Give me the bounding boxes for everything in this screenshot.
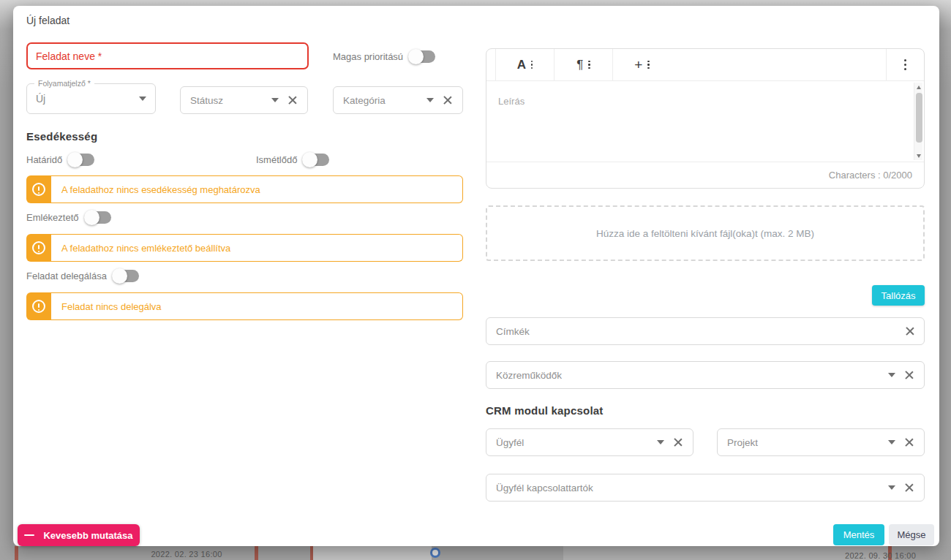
chevron-down-icon[interactable]	[426, 98, 434, 102]
scroll-up-icon[interactable]	[914, 83, 923, 91]
chevron-down-icon[interactable]	[271, 98, 279, 102]
character-counter: Characters : 0/2000	[829, 170, 912, 181]
reminder-row: Emlékeztető	[26, 211, 111, 224]
background-panel	[563, 546, 889, 560]
deadline-row: Határidő	[26, 154, 94, 166]
clear-icon[interactable]	[673, 437, 683, 447]
high-priority-label: Magas prioritású	[333, 51, 403, 62]
chevron-down-icon[interactable]	[888, 440, 895, 444]
background-gantt-bar	[310, 546, 313, 560]
clear-icon[interactable]	[905, 326, 915, 336]
due-warning-text: A feladathoz nincs esedékesség meghatáro…	[61, 184, 260, 195]
kebab-menu-icon	[904, 59, 906, 70]
clear-icon[interactable]	[904, 437, 914, 447]
tags-input[interactable]	[486, 317, 925, 345]
description-placeholder: Leírás	[498, 96, 525, 107]
delegate-row: Feladat delegálása	[26, 270, 139, 282]
task-name-input[interactable]	[26, 42, 309, 69]
chevron-down-icon[interactable]	[888, 485, 895, 490]
description-editor: A ¶ + Leírás Charac	[486, 48, 925, 189]
editor-scrollbar[interactable]	[914, 83, 922, 160]
background-date-left: 2022. 02. 23 16:00	[124, 550, 249, 559]
chevron-down-icon[interactable]	[888, 373, 895, 377]
new-task-dialog: Új feladat Magas prioritású Folyamatjelz…	[13, 6, 939, 546]
project-placeholder: Projekt	[718, 437, 888, 448]
reminder-label: Emlékeztető	[26, 212, 79, 223]
delegate-toggle[interactable]	[114, 270, 139, 282]
clear-icon[interactable]	[904, 370, 914, 380]
recurring-label: Ismétlődő	[256, 154, 297, 165]
category-select[interactable]: Kategória	[333, 86, 463, 114]
show-less-label: Kevesebb mutatása	[43, 530, 132, 541]
reminder-toggle[interactable]	[86, 211, 111, 224]
status-select-placeholder: Státusz	[181, 95, 271, 106]
background-panel	[313, 546, 432, 560]
recurring-toggle[interactable]	[304, 154, 329, 166]
file-dropzone[interactable]: Húzza ide a feltölteni kívánt fájl(oka)t…	[486, 205, 925, 261]
progress-select-value: Új	[27, 93, 139, 105]
tags-field	[486, 317, 925, 345]
scroll-down-icon[interactable]	[914, 151, 923, 160]
recurring-row: Ismétlődő	[256, 154, 329, 166]
save-button[interactable]: Mentés	[833, 524, 884, 545]
cancel-button[interactable]: Mégse	[889, 524, 934, 545]
paragraph-icon: ¶	[576, 58, 583, 72]
background-date-right: 2022. 09. 30 16:00	[845, 551, 951, 560]
collaborators-select[interactable]: Közreműködők	[486, 361, 925, 389]
editor-toolbar: A ¶ +	[486, 49, 924, 81]
warning-icon	[26, 234, 51, 262]
project-select[interactable]: Projekt	[717, 428, 925, 456]
chevron-down-icon[interactable]	[657, 440, 664, 444]
crm-section-heading: CRM modul kapcsolat	[486, 404, 604, 417]
high-priority-toggle[interactable]	[410, 50, 435, 63]
due-section-heading: Esedékesség	[26, 130, 97, 143]
editor-overflow-menu-button[interactable]	[886, 49, 924, 80]
browse-button[interactable]: Tallózás	[872, 285, 925, 306]
client-placeholder: Ügyfél	[486, 437, 657, 448]
deadline-label: Határidő	[26, 154, 62, 165]
category-select-placeholder: Kategória	[334, 95, 426, 106]
clear-icon[interactable]	[443, 95, 453, 105]
collaborators-placeholder: Közreműködők	[486, 370, 888, 381]
clear-icon[interactable]	[904, 483, 914, 493]
progress-select[interactable]: Folyamatjelző * Új	[26, 83, 156, 114]
progress-select-label: Folyamatjelző *	[34, 79, 94, 88]
chevron-down-icon[interactable]	[139, 97, 146, 101]
plus-icon: +	[634, 57, 642, 73]
client-contacts-select[interactable]: Ügyfél kapcsolattartók	[486, 474, 925, 502]
clear-icon[interactable]	[287, 95, 298, 105]
show-less-button[interactable]: Kevesebb mutatása	[18, 524, 140, 546]
warning-icon	[26, 292, 51, 320]
more-dots-icon	[588, 61, 590, 69]
client-contacts-placeholder: Ügyfél kapcsolattartók	[486, 483, 888, 493]
background-ring-icon	[430, 548, 440, 558]
insert-menu-button[interactable]: +	[612, 49, 671, 80]
scrollbar-thumb[interactable]	[916, 93, 922, 143]
delegate-warning-banner: Feladat nincs delegálva	[26, 292, 463, 320]
reminder-warning-banner: A feladathoz nincs emlékeztető beállítva	[26, 234, 463, 262]
status-select[interactable]: Státusz	[180, 86, 308, 114]
due-warning-banner: A feladathoz nincs esedékesség meghatáro…	[26, 175, 463, 203]
paragraph-menu-button[interactable]: ¶	[554, 49, 612, 80]
dialog-title: Új feladat	[26, 15, 69, 26]
more-dots-icon	[647, 61, 649, 69]
description-textarea[interactable]: Leírás	[486, 81, 924, 162]
high-priority-row: Magas prioritású	[333, 50, 435, 63]
delegate-label: Feladat delegálása	[26, 270, 107, 281]
deadline-toggle[interactable]	[69, 154, 94, 166]
dropzone-text: Húzza ide a feltölteni kívánt fájl(oka)t…	[596, 228, 814, 239]
background-gantt-bar	[15, 546, 18, 560]
client-select[interactable]: Ügyfél	[486, 428, 693, 456]
warning-icon	[26, 175, 51, 203]
font-icon: A	[517, 58, 526, 72]
more-dots-icon	[531, 61, 533, 69]
background-gantt-bar	[255, 546, 258, 560]
minus-icon	[24, 534, 34, 537]
reminder-warning-text: A feladathoz nincs emlékeztető beállítva	[61, 243, 230, 254]
delegate-warning-text: Feladat nincs delegálva	[61, 301, 162, 312]
font-menu-button[interactable]: A	[495, 49, 554, 80]
